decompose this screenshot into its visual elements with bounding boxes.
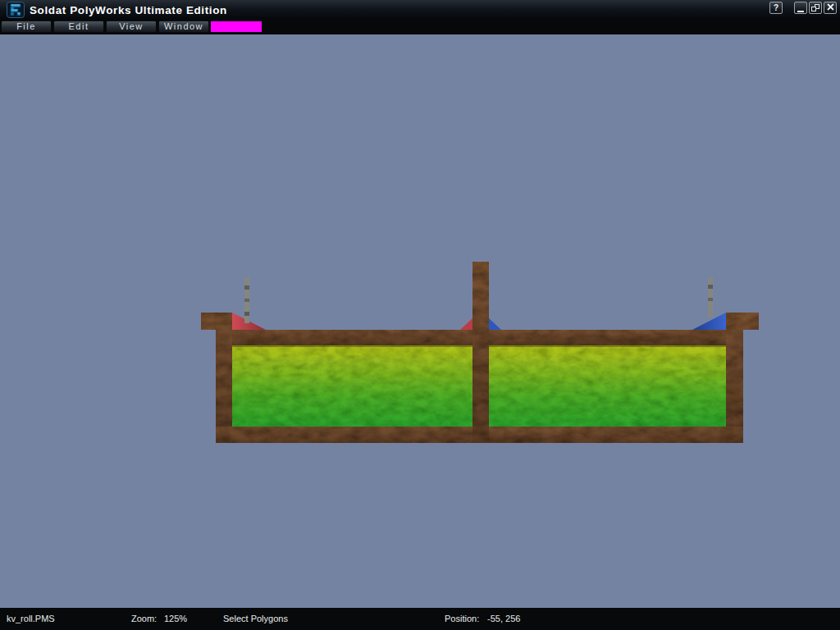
- center-pillar[interactable]: [472, 262, 489, 443]
- left-pole-band: [244, 285, 249, 290]
- left-pole-band: [244, 312, 249, 316]
- polyworks-logo-icon: [7, 2, 25, 18]
- statusbar: kv_roll.PMS Zoom: 125% Select Polygons P…: [0, 608, 840, 630]
- menu-edit[interactable]: Edit: [53, 21, 104, 33]
- red-marker-center[interactable]: [460, 318, 472, 330]
- minimize-icon: [797, 11, 804, 12]
- app-window: Soldat PolyWorks Ultimate Edition ? File…: [0, 0, 840, 630]
- right-grass-area[interactable]: [488, 345, 726, 427]
- left-grass-area[interactable]: [232, 345, 473, 427]
- right-pole-band: [708, 285, 713, 289]
- right-pole[interactable]: [708, 277, 713, 317]
- menu-window[interactable]: Window: [158, 21, 209, 33]
- restore-icon: [811, 4, 819, 11]
- window-title: Soldat PolyWorks Ultimate Edition: [30, 4, 227, 16]
- close-icon: [827, 3, 834, 13]
- menu-view[interactable]: View: [106, 21, 157, 33]
- status-zoom-value: 125%: [164, 608, 187, 630]
- help-button[interactable]: ?: [769, 2, 783, 14]
- right-hook-wall[interactable]: [726, 313, 759, 443]
- menu-file[interactable]: File: [1, 21, 52, 33]
- minimize-button[interactable]: [794, 2, 807, 14]
- status-tool-mode: Select Polygons: [223, 608, 288, 630]
- right-pole-band: [708, 298, 713, 301]
- left-pole-band: [244, 299, 249, 302]
- window-controls: ?: [768, 2, 837, 14]
- left-hook-wall[interactable]: [201, 313, 232, 443]
- blue-marker-center[interactable]: [489, 318, 501, 330]
- map-svg: [0, 34, 840, 608]
- status-zoom-label: Zoom:: [131, 608, 157, 630]
- close-button[interactable]: [824, 2, 837, 14]
- status-filename: kv_roll.PMS: [7, 608, 55, 630]
- restore-button[interactable]: [809, 2, 822, 14]
- map-canvas[interactable]: [0, 34, 840, 608]
- menubar: File Edit View Window: [0, 20, 840, 34]
- status-position-label: Position:: [445, 608, 479, 630]
- help-icon: ?: [774, 3, 778, 13]
- menu-highlight-block[interactable]: [210, 21, 262, 33]
- titlebar: Soldat PolyWorks Ultimate Edition ?: [0, 0, 840, 20]
- status-position-value: -55, 256: [487, 608, 520, 630]
